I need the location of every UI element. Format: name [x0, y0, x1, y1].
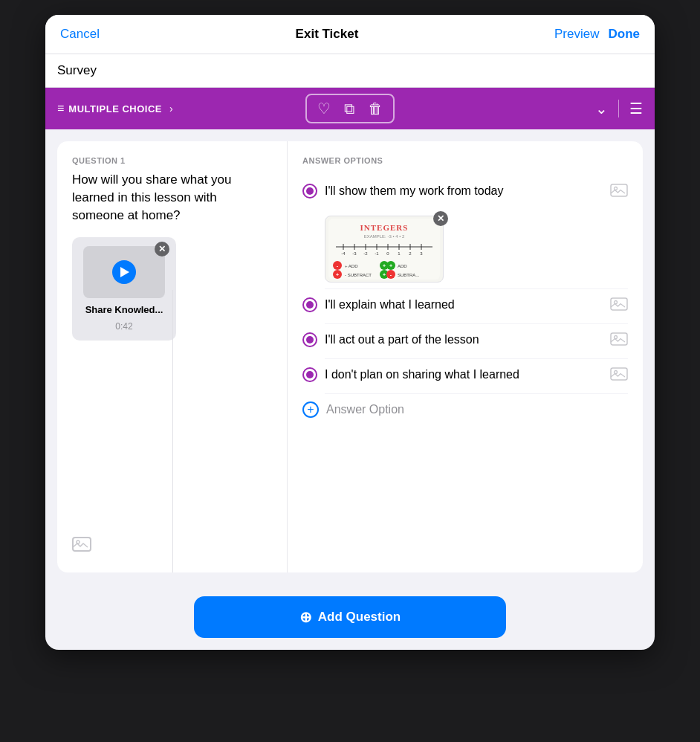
answer-text-4: I don't plan on sharing what I learned: [325, 367, 603, 383]
add-question-plus-icon: ⊕: [299, 608, 312, 626]
answer-option-row-3: I'll act out a part of the lesson: [302, 324, 628, 358]
svg-text:SUBTRA...: SUBTRA...: [398, 273, 420, 277]
svg-text:- SUBTRACT: - SUBTRACT: [345, 273, 372, 277]
svg-text:+: +: [383, 272, 386, 277]
play-button[interactable]: [112, 260, 136, 284]
add-question-label: Add Question: [318, 610, 401, 625]
svg-text:+: +: [383, 263, 386, 268]
radio-1[interactable]: [302, 184, 317, 199]
toolbar-right: ⌄ ☰: [395, 100, 643, 117]
svg-rect-2: [611, 184, 627, 196]
svg-rect-44: [611, 368, 627, 380]
answer-image-btn-1[interactable]: [610, 184, 628, 202]
header: Cancel Exit Ticket Preview Done: [45, 15, 655, 54]
cancel-button[interactable]: Cancel: [60, 27, 100, 42]
video-close-button[interactable]: ✕: [155, 242, 169, 257]
radio-3-inner: [306, 336, 314, 343]
svg-text:ADD: ADD: [398, 264, 407, 268]
page-title: Exit Ticket: [296, 27, 359, 42]
radio-2-inner: [306, 301, 314, 309]
menu-icon[interactable]: ☰: [629, 100, 643, 117]
svg-text:EXAMPLE: -3 • 4 • 2: EXAMPLE: -3 • 4 • 2: [364, 234, 405, 239]
radio-4-inner: [306, 371, 314, 378]
question-label: QUESTION 1: [72, 156, 272, 165]
image-close-button[interactable]: ✕: [433, 211, 448, 226]
svg-text:-2: -2: [363, 251, 368, 256]
answer-text-2: I'll explain what I learned: [325, 297, 603, 313]
question-type-label: MULTIPLE CHOICE: [68, 103, 162, 114]
toolbar: ≡ MULTIPLE CHOICE › ♡ ⧉ 🗑 ⌄ ☰: [45, 88, 655, 129]
preview-button[interactable]: Preview: [554, 27, 599, 42]
radio-2[interactable]: [302, 297, 317, 312]
add-answer-option[interactable]: + Answer Option: [302, 394, 628, 425]
video-play-area[interactable]: ✕: [83, 246, 165, 298]
toolbar-divider: [618, 100, 619, 117]
question-text: How will you share what you learned in t…: [72, 171, 272, 224]
toolbar-left: ≡ MULTIPLE CHOICE ›: [57, 102, 305, 115]
integers-image: INTEGERS EXAMPLE: -3 • 4 • 2: [328, 219, 440, 280]
svg-rect-42: [611, 333, 627, 345]
video-title: Share Knowled...: [85, 304, 163, 315]
svg-point-45: [615, 371, 618, 374]
copy-icon[interactable]: ⧉: [344, 100, 354, 117]
question-panel: QUESTION 1 How will you share what you l…: [57, 141, 288, 572]
add-option-circle: +: [302, 401, 319, 418]
add-image-button[interactable]: [72, 537, 91, 558]
answer-image-btn-2[interactable]: [610, 297, 628, 316]
svg-text:-3: -3: [352, 251, 357, 256]
answer-option-row-2: I'll explain what I learned: [302, 289, 628, 323]
app-container: Cancel Exit Ticket Preview Done ≡ MULTIP…: [45, 15, 655, 650]
answer-text-3: I'll act out a part of the lesson: [325, 332, 603, 348]
video-thumbnail: ✕ Share Knowled... 0:42: [72, 237, 176, 341]
collapse-icon[interactable]: ⌄: [595, 100, 608, 117]
svg-text:-1: -1: [375, 251, 379, 256]
done-button[interactable]: Done: [609, 27, 641, 42]
trash-icon[interactable]: 🗑: [368, 100, 383, 117]
radio-4[interactable]: [302, 367, 317, 382]
answer-option-1: I'll show them my work from today ✕: [302, 175, 628, 283]
svg-point-43: [615, 336, 618, 339]
svg-point-41: [615, 301, 618, 304]
list-icon: ≡: [57, 102, 64, 115]
play-triangle-icon: [120, 267, 129, 277]
answer-option-row-4: I don't plan on sharing what I learned: [302, 359, 628, 393]
survey-row: [45, 54, 655, 88]
radio-1-inner: [306, 187, 314, 195]
svg-rect-40: [611, 298, 627, 310]
answer-image-btn-4[interactable]: [610, 367, 628, 386]
svg-text:-4: -4: [341, 251, 346, 256]
answer-option-row-1: I'll show them my work from today: [302, 175, 628, 210]
svg-text:+ ADD: + ADD: [345, 264, 358, 268]
svg-text:+: +: [389, 263, 392, 268]
add-question-row: ⊕ Add Question: [45, 584, 655, 650]
answer-panel: ANSWER OPTIONS I'll show them my work fr…: [288, 141, 643, 572]
radio-3[interactable]: [302, 332, 317, 347]
answer-text-1: I'll show them my work from today: [325, 183, 603, 199]
survey-input[interactable]: [57, 63, 643, 78]
answer-1-image: ✕ INTEGERS EXAMPLE: -3 • 4 • 2: [325, 216, 444, 283]
add-option-label: Answer Option: [326, 403, 404, 416]
type-chevron-icon[interactable]: ›: [169, 103, 173, 114]
toolbar-center: ♡ ⧉ 🗑: [305, 94, 395, 123]
question-card: QUESTION 1 How will you share what you l…: [57, 141, 643, 572]
svg-text:INTEGERS: INTEGERS: [360, 223, 409, 232]
video-duration: 0:42: [115, 321, 132, 332]
svg-text:+: +: [336, 272, 339, 277]
answer-image-btn-3[interactable]: [610, 332, 628, 351]
divider-line: [172, 290, 173, 572]
header-actions: Preview Done: [554, 27, 640, 42]
add-question-button[interactable]: ⊕ Add Question: [194, 596, 506, 638]
svg-point-3: [615, 187, 618, 190]
answers-label: ANSWER OPTIONS: [302, 156, 628, 165]
heart-icon[interactable]: ♡: [317, 100, 331, 117]
